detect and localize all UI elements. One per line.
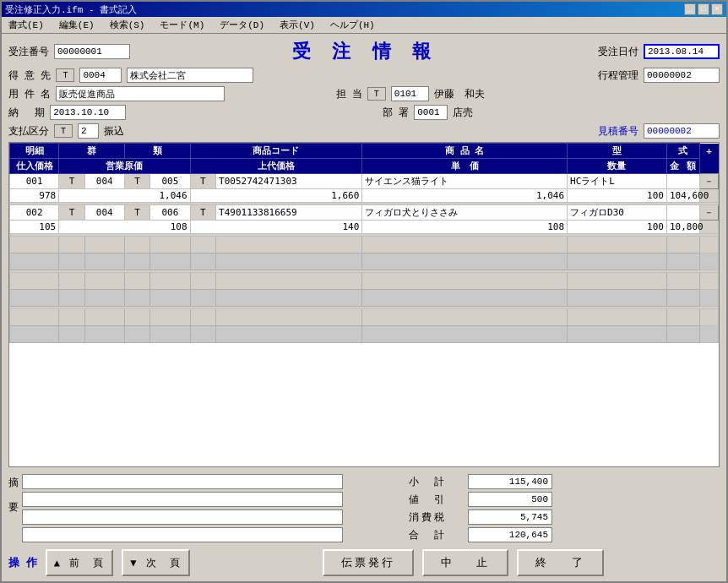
col-code: 商品コード: [190, 144, 362, 159]
cell-kingaku-2: 10,800: [666, 221, 699, 234]
col-siire: 仕入価格: [10, 159, 59, 174]
row-minus-2[interactable]: －: [699, 205, 718, 221]
cell-siire-2: 105: [10, 221, 59, 234]
memo-label1: 摘: [8, 476, 19, 490]
cell-rui-1: 005: [150, 174, 190, 189]
prev-page-button[interactable]: ▲ 前 頁: [46, 549, 113, 576]
cell-t2-1: T: [124, 174, 150, 189]
customer-t-box: T: [56, 68, 74, 82]
cell-t3-2: T: [190, 205, 216, 221]
cancel-button[interactable]: 中 止: [422, 549, 509, 576]
discount-row: 値 引 500: [350, 492, 552, 507]
dept-code-input[interactable]: [414, 105, 448, 120]
cell-genka-2: 108: [59, 221, 190, 234]
col-joedai: 上代価格: [190, 159, 362, 174]
plus-btn[interactable]: +: [699, 144, 718, 159]
col-action: [699, 159, 718, 174]
finish-button[interactable]: 終 了: [517, 549, 604, 576]
item-row: 用 件 名 担 当 T 伊藤 和夫: [8, 86, 720, 101]
close-button[interactable]: ×: [711, 3, 723, 15]
estimate-input[interactable]: [644, 123, 720, 139]
memo-fields: [22, 474, 343, 542]
empty-row-4b: [10, 290, 719, 307]
cell-suryo-1: 100: [568, 189, 667, 203]
content-area: 受注番号 受 注 情 報 受注日付 得 意 先 T 行程管理 用 件 名 担 当…: [2, 34, 726, 581]
customer-label: 得 意 先: [8, 68, 51, 83]
table-row-sub: 978 1,046 1,660 1,046 100 104,600: [10, 189, 719, 203]
memo-field-2[interactable]: [22, 492, 343, 507]
cell-name-2: フィガロ犬とりささみ: [362, 205, 568, 221]
ops-label: 操 作: [8, 555, 37, 570]
order-number-input[interactable]: [54, 44, 130, 59]
col-model: 型: [568, 144, 667, 159]
cell-tanka-2: 108: [362, 221, 568, 234]
customer-name-input[interactable]: [127, 68, 253, 83]
staff-t-box: T: [367, 87, 386, 101]
col-shiki: 式: [666, 144, 699, 159]
issue-button[interactable]: 伝票発行: [323, 549, 414, 576]
process-input[interactable]: [644, 68, 720, 83]
item-input[interactable]: [56, 86, 225, 101]
staff-name: 伊藤 和夫: [434, 87, 485, 101]
ops-bar: 操 作 ▲ 前 頁 ▼ 次 頁 伝票発行 中 止 終 了: [8, 549, 720, 576]
menu-data[interactable]: データ(D): [216, 19, 268, 31]
payment-row: 支払区分 T 振込 見積番号: [8, 123, 720, 139]
cell-siire-1: 978: [10, 189, 59, 203]
memo-section: 摘 要: [8, 474, 343, 542]
memo-field-1[interactable]: [22, 474, 343, 489]
cell-suryo-2: 100: [568, 221, 667, 234]
payment-code-input[interactable]: [78, 123, 99, 139]
cell-tanka-1: 1,046: [362, 189, 568, 203]
maximize-button[interactable]: □: [698, 3, 709, 15]
cell-seq-2: 002: [10, 205, 59, 221]
process-label: 行程管理: [598, 68, 638, 83]
memo-field-3[interactable]: [22, 509, 343, 525]
total-label: 合 計: [394, 528, 461, 542]
empty-row-4: [10, 273, 719, 290]
tax-label: 消費税: [394, 510, 461, 525]
delivery-label: 納 期: [8, 106, 45, 120]
cell-joedai-1: 1,660: [190, 189, 362, 203]
menu-edit[interactable]: 編集(E): [56, 19, 98, 31]
menu-help[interactable]: ヘルプ(H): [327, 19, 378, 31]
cell-t2-2: T: [124, 205, 150, 221]
main-title: 受 注 情 報: [135, 39, 593, 64]
next-page-button[interactable]: ▼ 次 頁: [122, 549, 189, 576]
cell-t3-1: T: [190, 174, 216, 189]
customer-code-input[interactable]: [79, 68, 122, 83]
item-label: 用 件 名: [8, 87, 51, 101]
discount-value: 500: [468, 492, 552, 507]
col-name: 商 品 名: [362, 144, 568, 159]
cell-code-2: T4901133816659: [216, 205, 362, 221]
empty-row-3b: [10, 253, 719, 270]
menu-mode[interactable]: モード(M): [156, 19, 208, 31]
memo-field-4[interactable]: [22, 527, 343, 542]
menu-view[interactable]: 表示(V): [276, 19, 318, 31]
menu-format[interactable]: 書式(E): [5, 19, 47, 31]
menu-search[interactable]: 検索(S): [106, 19, 149, 31]
cell-kingaku-1: 104,600: [666, 189, 699, 203]
tax-row: 消費税 5,745: [350, 509, 552, 525]
dept-label: 部 署: [383, 106, 409, 120]
estimate-label: 見積番号: [598, 124, 638, 139]
row-minus-1[interactable]: －: [699, 174, 718, 189]
staff-code-input[interactable]: [391, 86, 429, 101]
operations-section: 操 作 ▲ 前 頁 ▼ 次 頁 伝票発行 中 止 終 了: [8, 549, 720, 576]
cell-shiki-2: [666, 205, 699, 221]
order-date-input[interactable]: [644, 44, 720, 59]
subtotal-label: 小 計: [394, 475, 461, 489]
minimize-button[interactable]: _: [684, 3, 696, 15]
title-bar: 受注修正入力.ifm - 書式記入 _ □ ×: [2, 2, 726, 17]
order-row: 受注番号 受 注 情 報 受注日付: [8, 39, 720, 64]
col-genka: 営業原価: [59, 159, 190, 174]
tax-value: 5,745: [468, 509, 552, 525]
table-row-sub-2: 105 108 140 108 100 10,800: [10, 221, 719, 234]
cell-shiki-1: [666, 174, 699, 189]
payment-name: 振込: [104, 124, 124, 139]
cell-genka-1: 1,046: [59, 189, 190, 203]
order-grid: 明細 群 類 商品コード 商 品 名 型 式 + 仕入価格 営業原価 上代価格 …: [8, 142, 720, 467]
cell-gun-1: 004: [84, 174, 124, 189]
empty-row-5b: [10, 326, 719, 343]
delivery-input[interactable]: [50, 105, 126, 120]
cell-model-2: フィガロD30: [568, 205, 667, 221]
